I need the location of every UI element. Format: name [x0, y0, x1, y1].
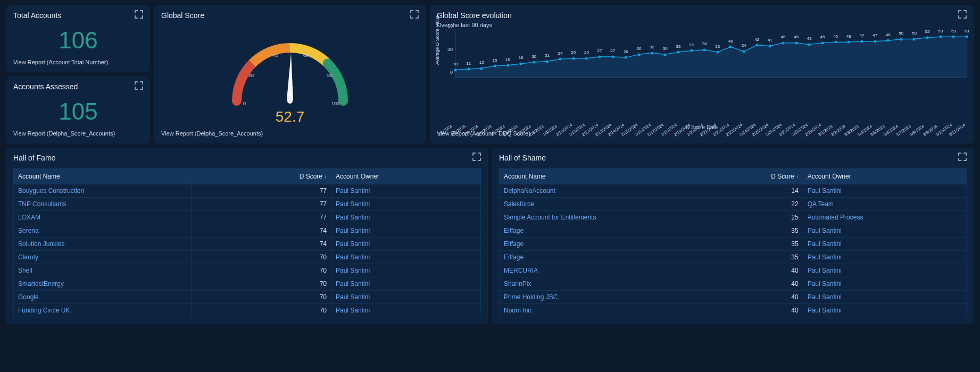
data-point[interactable]	[808, 43, 811, 46]
account-link[interactable]: Eiffage	[504, 253, 524, 261]
account-link[interactable]: Serena	[18, 227, 39, 234]
account-link[interactable]: Funding Circle UK	[18, 307, 70, 314]
account-link[interactable]: Google	[18, 293, 39, 301]
card-title: Hall of Shame	[499, 154, 967, 162]
data-point[interactable]	[913, 38, 916, 40]
data-point[interactable]	[585, 57, 588, 60]
owner-link[interactable]: Automated Process	[808, 214, 863, 221]
data-point[interactable]	[690, 49, 693, 52]
data-label: 12	[479, 60, 484, 65]
data-point[interactable]	[782, 41, 785, 44]
data-point[interactable]	[729, 46, 732, 48]
owner-link[interactable]: Paul Santini	[808, 227, 842, 234]
data-label: 30	[663, 46, 668, 51]
data-point[interactable]	[493, 65, 496, 67]
account-link[interactable]: TNP Consultants	[18, 200, 67, 208]
data-point[interactable]	[755, 44, 758, 47]
owner-link[interactable]: Paul Santini	[336, 307, 370, 314]
view-report-link[interactable]: View Report (Account Total Number)	[13, 59, 143, 65]
account-link[interactable]: LOXAM	[18, 214, 40, 221]
expand-icon[interactable]	[958, 153, 968, 162]
owner-link[interactable]: Paul Santini	[808, 240, 842, 248]
col-account-name[interactable]: Account Name	[14, 169, 192, 184]
data-point[interactable]	[625, 56, 627, 59]
data-point[interactable]	[848, 41, 850, 44]
owner-link[interactable]: Paul Santini	[336, 214, 370, 221]
data-point[interactable]	[703, 48, 706, 51]
owner-link[interactable]: Paul Santini	[808, 187, 842, 195]
data-point[interactable]	[926, 36, 929, 39]
data-point[interactable]	[611, 55, 614, 58]
data-point[interactable]	[637, 53, 640, 56]
owner-link[interactable]: Paul Santini	[808, 280, 842, 288]
owner-link[interactable]: Paul Santini	[336, 227, 370, 234]
data-point[interactable]	[546, 60, 549, 63]
expand-icon[interactable]	[135, 10, 144, 20]
account-link[interactable]: SmartestEnergy	[18, 280, 64, 288]
account-link[interactable]: Shell	[18, 267, 32, 274]
col-account-owner[interactable]: Account Owner	[803, 169, 966, 184]
data-point[interactable]	[651, 52, 653, 54]
owner-link[interactable]: Paul Santini	[336, 267, 370, 274]
owner-link[interactable]: Paul Santini	[808, 253, 842, 261]
owner-link[interactable]: Paul Santini	[808, 307, 842, 314]
owner-link[interactable]: Paul Santini	[336, 187, 370, 195]
col-d-score[interactable]: D Score↓	[191, 169, 331, 184]
data-point[interactable]	[520, 62, 522, 65]
owner-link[interactable]: Paul Santini	[336, 240, 370, 248]
data-point[interactable]	[716, 51, 719, 54]
owner-link[interactable]: Paul Santini	[336, 253, 370, 261]
col-account-owner[interactable]: Account Owner	[331, 169, 481, 184]
data-point[interactable]	[795, 41, 798, 44]
data-point[interactable]	[966, 36, 968, 38]
data-point[interactable]	[480, 67, 483, 70]
owner-link[interactable]: Paul Santini	[336, 200, 370, 208]
account-link[interactable]: Noom Inc.	[504, 307, 533, 314]
account-link[interactable]: Salesforce	[504, 200, 534, 208]
data-point[interactable]	[834, 41, 837, 44]
account-link[interactable]: Prime Holding JSC	[504, 293, 558, 301]
data-point[interactable]	[559, 58, 562, 61]
data-point[interactable]	[900, 38, 902, 40]
account-link[interactable]: Claroty	[18, 253, 38, 261]
data-point[interactable]	[821, 41, 824, 44]
view-report-link[interactable]: View Report (Delpha_Score_Accounts)	[161, 130, 419, 137]
data-point[interactable]	[769, 45, 771, 47]
expand-icon[interactable]	[410, 10, 420, 20]
data-point[interactable]	[572, 57, 575, 60]
account-link[interactable]: SharinPix	[504, 280, 531, 288]
data-point[interactable]	[874, 40, 876, 43]
owner-link[interactable]: Paul Santini	[808, 267, 842, 274]
data-point[interactable]	[860, 40, 863, 43]
col-d-score[interactable]: D Score↑	[677, 169, 803, 184]
data-label: 45	[794, 35, 799, 39]
account-link[interactable]: Sample Account for Entitlements	[504, 214, 596, 221]
data-point[interactable]	[677, 51, 679, 54]
data-point[interactable]	[506, 64, 509, 66]
data-point[interactable]	[743, 50, 745, 53]
data-point[interactable]	[664, 53, 667, 56]
data-point[interactable]	[533, 61, 535, 64]
expand-icon[interactable]	[472, 153, 482, 162]
data-point[interactable]	[599, 55, 601, 58]
data-label: 20	[531, 54, 536, 59]
data-point[interactable]	[467, 68, 470, 71]
account-link[interactable]: Bouygues Construction	[18, 187, 84, 195]
expand-icon[interactable]	[135, 81, 144, 91]
data-point[interactable]	[939, 36, 942, 38]
data-point[interactable]	[952, 36, 955, 38]
account-link[interactable]: Solution Junkies	[18, 240, 64, 248]
account-link[interactable]: DelphaNoAccount	[504, 187, 555, 195]
owner-link[interactable]: Paul Santini	[336, 293, 370, 301]
col-account-name[interactable]: Account Name	[500, 169, 677, 184]
view-report-link[interactable]: View Report (Delpha_Score_Accounts)	[13, 130, 143, 137]
data-point[interactable]	[454, 69, 457, 71]
expand-icon[interactable]	[958, 10, 968, 20]
owner-link[interactable]: Paul Santini	[808, 293, 842, 301]
account-link[interactable]: Eiffage	[504, 227, 524, 234]
owner-link[interactable]: QA Team	[808, 200, 834, 208]
account-link[interactable]: MERCURIA	[504, 267, 538, 274]
data-point[interactable]	[887, 39, 890, 42]
account-link[interactable]: Eiffage	[504, 240, 524, 248]
owner-link[interactable]: Paul Santini	[336, 280, 370, 288]
